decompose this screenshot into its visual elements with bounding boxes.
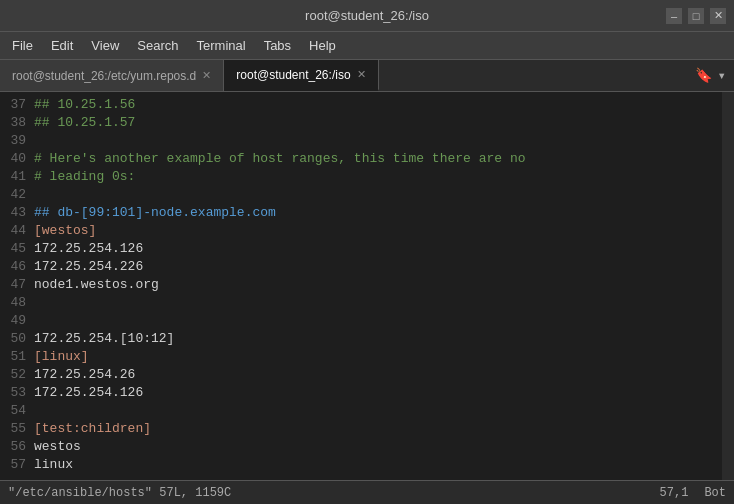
line-number: 37 [2, 96, 34, 114]
line-number: 44 [2, 222, 34, 240]
tab-close-iso[interactable]: ✕ [357, 68, 366, 81]
menu-item-file[interactable]: File [4, 36, 41, 55]
dropdown-icon[interactable]: ▾ [718, 67, 726, 84]
terminal-outer: 37## 10.25.1.5638## 10.25.1.573940# Here… [0, 92, 722, 480]
table-row: 54 [0, 402, 722, 420]
table-row: 44[westos] [0, 222, 722, 240]
terminal-content[interactable]: 37## 10.25.1.5638## 10.25.1.573940# Here… [0, 92, 722, 478]
tab-label-yum: root@student_26:/etc/yum.repos.d [12, 69, 196, 83]
menu-item-view[interactable]: View [83, 36, 127, 55]
table-row: 46172.25.254.226 [0, 258, 722, 276]
tab-close-yum[interactable]: ✕ [202, 69, 211, 82]
table-row: 50172.25.254.[10:12] [0, 330, 722, 348]
line-number: 51 [2, 348, 34, 366]
menu-item-tabs[interactable]: Tabs [256, 36, 299, 55]
tabs-row: root@student_26:/etc/yum.repos.d ✕ root@… [0, 60, 734, 92]
table-row: 45172.25.254.126 [0, 240, 722, 258]
line-content: [westos] [34, 222, 96, 240]
line-content: 172.25.254.126 [34, 240, 143, 258]
table-row: 47node1.westos.org [0, 276, 722, 294]
line-number: 47 [2, 276, 34, 294]
table-row: 57linux [0, 456, 722, 474]
table-row: 49 [0, 312, 722, 330]
line-number: 45 [2, 240, 34, 258]
maximize-button[interactable]: □ [688, 8, 704, 24]
bookmark-icon[interactable]: 🔖 [695, 67, 712, 84]
line-number: 55 [2, 420, 34, 438]
table-row: 53172.25.254.126 [0, 384, 722, 402]
line-number: 43 [2, 204, 34, 222]
tab-yum-repos[interactable]: root@student_26:/etc/yum.repos.d ✕ [0, 60, 224, 91]
table-row: 41# leading 0s: [0, 168, 722, 186]
line-number: 41 [2, 168, 34, 186]
table-row: 38## 10.25.1.57 [0, 114, 722, 132]
terminal-wrapper: 37## 10.25.1.5638## 10.25.1.573940# Here… [0, 92, 734, 480]
line-number: 50 [2, 330, 34, 348]
tab-label-iso: root@student_26:/iso [236, 68, 350, 82]
menu-item-search[interactable]: Search [129, 36, 186, 55]
line-number: 53 [2, 384, 34, 402]
line-number: 54 [2, 402, 34, 420]
line-number: 39 [2, 132, 34, 150]
line-content: 172.25.254.26 [34, 366, 135, 384]
line-content: node1.westos.org [34, 276, 159, 294]
line-number: 49 [2, 312, 34, 330]
line-content: # Here's another example of host ranges,… [34, 150, 525, 168]
close-button[interactable]: ✕ [710, 8, 726, 24]
status-file-info: "/etc/ansible/hosts" 57L, 1159C [8, 486, 231, 500]
table-row: 37## 10.25.1.56 [0, 96, 722, 114]
line-content: ## 10.25.1.56 [34, 96, 135, 114]
line-number: 57 [2, 456, 34, 474]
table-row: 40# Here's another example of host range… [0, 150, 722, 168]
line-number: 42 [2, 186, 34, 204]
line-content: ## 10.25.1.57 [34, 114, 135, 132]
table-row: 48 [0, 294, 722, 312]
table-row: 56westos [0, 438, 722, 456]
menu-item-edit[interactable]: Edit [43, 36, 81, 55]
menu-bar: FileEditViewSearchTerminalTabsHelp [0, 32, 734, 60]
status-position: 57,1 [660, 486, 689, 500]
scrollbar[interactable] [722, 92, 734, 480]
line-number: 48 [2, 294, 34, 312]
line-number: 38 [2, 114, 34, 132]
window-controls: – □ ✕ [666, 8, 726, 24]
line-number: 46 [2, 258, 34, 276]
table-row: 51[linux] [0, 348, 722, 366]
table-row: 42 [0, 186, 722, 204]
tabs-right-controls: 🔖 ▾ [687, 60, 734, 91]
line-number: 56 [2, 438, 34, 456]
tab-iso[interactable]: root@student_26:/iso ✕ [224, 60, 378, 91]
line-content: ## db-[99:101]-node.example.com [34, 204, 276, 222]
line-number: 40 [2, 150, 34, 168]
line-content: 172.25.254.[10:12] [34, 330, 174, 348]
line-content: 172.25.254.126 [34, 384, 143, 402]
line-content: # leading 0s: [34, 168, 135, 186]
line-content: [test:children] [34, 420, 151, 438]
table-row: 39 [0, 132, 722, 150]
line-number: 52 [2, 366, 34, 384]
title-bar: root@student_26:/iso – □ ✕ [0, 0, 734, 32]
table-row: 55[test:children] [0, 420, 722, 438]
menu-item-help[interactable]: Help [301, 36, 344, 55]
minimize-button[interactable]: – [666, 8, 682, 24]
status-bar: "/etc/ansible/hosts" 57L, 1159C 57,1 Bot [0, 480, 734, 504]
line-content: westos [34, 438, 81, 456]
status-scroll: Bot [704, 486, 726, 500]
window-title: root@student_26:/iso [68, 8, 666, 23]
line-content: 172.25.254.226 [34, 258, 143, 276]
table-row: 52172.25.254.26 [0, 366, 722, 384]
menu-item-terminal[interactable]: Terminal [189, 36, 254, 55]
line-content: linux [34, 456, 73, 474]
line-content: [linux] [34, 348, 89, 366]
table-row: 43## db-[99:101]-node.example.com [0, 204, 722, 222]
